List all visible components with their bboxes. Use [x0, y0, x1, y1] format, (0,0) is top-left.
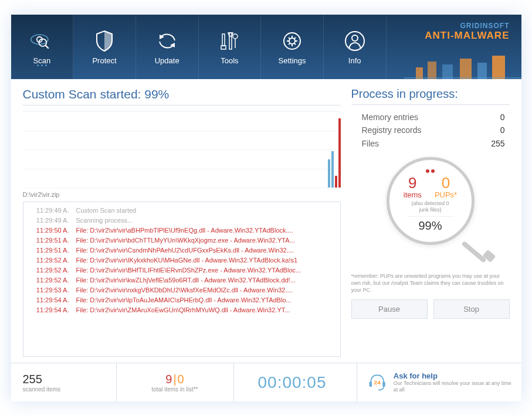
- chart-bar: [335, 176, 337, 187]
- svg-rect-31: [382, 381, 385, 387]
- header-bar: ScanProtectUpdateToolsSettingsInfo GRIDI…: [11, 15, 521, 79]
- log-row: 11:29:50 A.File: D:\vir2\vir\vir\aBHPmbT…: [29, 226, 334, 236]
- pups-count: 0: [435, 175, 457, 190]
- svg-line-19: [294, 37, 296, 39]
- tab-label: Scan: [33, 56, 51, 65]
- stat-label: Registry records: [362, 124, 422, 137]
- action-buttons: Pause Stop: [351, 299, 510, 319]
- svg-rect-23: [416, 67, 423, 79]
- log-message: File: D:\vir2\vir\vir\nxkgVBKDbDhU2\Wksf…: [76, 285, 293, 295]
- scan-title-percent: 99%: [144, 87, 169, 101]
- svg-line-17: [289, 37, 290, 39]
- log-time: 11:29:52 A.: [29, 265, 76, 275]
- log-row: 11:29:52 A.File: D:\vir2\vir\vir\kwZLhjV…: [29, 275, 334, 285]
- scan-panel: Custom Scan started: 99% D:\vir2\vir.zip…: [23, 87, 341, 357]
- help-cell[interactable]: 24 Ask for help Our Technicians will res…: [357, 363, 521, 401]
- activity-chart: [23, 111, 341, 187]
- help-text: Our Technicians will resolve your issue …: [394, 380, 512, 393]
- scan-title-text: Custom Scan started:: [23, 87, 141, 101]
- scanned-count: 255: [23, 373, 104, 386]
- svg-line-3: [46, 45, 49, 48]
- log-row: 11:29:49 A.Scanning process...: [29, 216, 334, 226]
- svg-rect-25: [442, 64, 453, 79]
- svg-rect-24: [428, 62, 436, 79]
- scan-log: 11:29:49 A.Custom Scan started11:29:49 A…: [23, 202, 341, 357]
- stat-value: 0: [500, 111, 505, 124]
- pause-button[interactable]: Pause: [351, 299, 428, 319]
- total-red: 9: [165, 373, 172, 386]
- log-message: Scanning process...: [76, 216, 133, 226]
- current-file-path: D:\vir2\vir.zip: [23, 191, 341, 198]
- tab-label: Settings: [279, 56, 306, 65]
- tab-tools[interactable]: Tools: [199, 15, 262, 79]
- stat-value: 0: [500, 124, 505, 137]
- user-icon: [343, 29, 367, 53]
- log-row: 11:29:49 A.Custom Scan started: [29, 206, 334, 216]
- tab-update[interactable]: Update: [136, 15, 199, 79]
- svg-point-9: [233, 34, 238, 39]
- stat-label: Memory entries: [362, 111, 418, 124]
- log-time: 11:29:54 A.: [29, 295, 76, 305]
- help-title: Ask for help: [394, 371, 512, 380]
- log-message: File: D:\vir2\vir\vir\bdChTTLMyYUn\WKkqX…: [76, 236, 295, 245]
- footer-bar: 255 scanned items 9 | 0 total items in l…: [11, 363, 521, 401]
- stat-value: 255: [491, 137, 504, 150]
- brand-panel: GRIDINSOFT ANTI-MALWARE: [387, 15, 521, 79]
- stat-label: Files: [362, 137, 379, 150]
- chart-bar: [331, 151, 334, 187]
- total-items-cell: 9 | 0 total items in list**: [117, 363, 234, 401]
- svg-rect-30: [369, 381, 372, 387]
- svg-rect-8: [229, 33, 232, 49]
- chart-bar: [338, 118, 341, 187]
- tab-label: Tools: [221, 56, 238, 65]
- progress-panel: Process in progress: Memory entries0Regi…: [351, 87, 510, 357]
- log-time: 11:29:51 A.: [29, 236, 76, 245]
- log-message: File: D:\vir2\vir\vir\aBHPmbTlPlE\Uf9nEQ…: [76, 226, 293, 236]
- log-row: 11:29:54 A.File: D:\vir2\vir\vir\lpToAuJ…: [29, 295, 334, 305]
- progress-title: Process in progress:: [351, 87, 510, 105]
- tab-label: Info: [348, 56, 361, 65]
- nav-tabs: ScanProtectUpdateToolsSettingsInfo: [11, 15, 387, 79]
- junk-detected-text: (also detected 0junk files): [411, 200, 449, 213]
- log-row: 11:29:52 A.File: D:\vir2\vir\vir\BHfTILI…: [29, 265, 334, 275]
- tab-protect[interactable]: Protect: [73, 15, 136, 79]
- stat-row: Files255: [362, 137, 505, 150]
- svg-text:24: 24: [374, 379, 381, 385]
- log-message: File: D:\vir2\vir\vir\IKykxkhoKU\MHaGNe.…: [76, 255, 298, 265]
- tab-settings[interactable]: Settings: [261, 15, 324, 79]
- log-time: 11:29:49 A.: [29, 206, 76, 216]
- total-orange: 0: [178, 373, 184, 386]
- brand-name: GRIDINSOFT: [394, 22, 510, 30]
- eye-search-icon: [30, 29, 53, 53]
- stat-row: Memory entries0: [362, 111, 505, 124]
- svg-rect-27: [477, 63, 487, 79]
- log-row: 11:29:54 A.File: D:\vir2\vir\vir\ZMAruXo…: [29, 305, 334, 315]
- log-message: File: D:\vir2\vir\vir\ZMAruXoEwGUn\QlRrh…: [76, 305, 290, 315]
- items-label: items: [404, 190, 422, 199]
- tab-info[interactable]: Info: [324, 15, 387, 79]
- log-time: 11:29:52 A.: [29, 255, 76, 265]
- log-message: File: D:\vir2\vir\vir\kwZLhjVeflE\a59o6R…: [76, 275, 296, 285]
- lens-percent: 99%: [407, 216, 454, 233]
- total-label: total items in list**: [152, 386, 198, 393]
- scanned-label: scanned items: [23, 386, 104, 393]
- content-area: Custom Scan started: 99% D:\vir2\vir.zip…: [11, 79, 521, 363]
- log-time: 11:29:54 A.: [29, 305, 76, 315]
- svg-rect-7: [221, 46, 226, 49]
- scan-title: Custom Scan started: 99%: [23, 87, 341, 105]
- magnifier-gauge: 9 items 0 PUPs* (also detected 0junk fil…: [375, 157, 486, 268]
- lens-circle: 9 items 0 PUPs* (also detected 0junk fil…: [387, 157, 475, 245]
- shield-icon: [93, 29, 116, 53]
- svg-point-11: [284, 33, 300, 49]
- tools-icon: [218, 29, 241, 53]
- tab-scan[interactable]: Scan: [11, 15, 74, 79]
- timer-cell: 00:00:05: [234, 363, 357, 401]
- stats-list: Memory entries0Registry records0Files255: [351, 111, 510, 157]
- log-time: 11:29:52 A.: [29, 275, 76, 285]
- stat-row: Registry records0: [362, 124, 505, 137]
- svg-line-18: [294, 43, 296, 45]
- log-time: 11:29:51 A.: [29, 245, 76, 255]
- log-row: 11:29:52 A.File: D:\vir2\vir\vir\IKykxkh…: [29, 255, 334, 265]
- headset-icon: 24: [367, 371, 388, 394]
- stop-button[interactable]: Stop: [433, 299, 510, 319]
